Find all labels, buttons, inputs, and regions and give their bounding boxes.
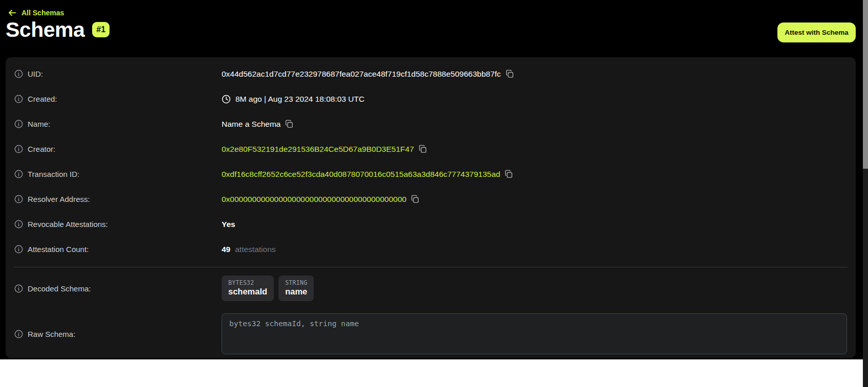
back-arrow-icon [8,9,16,16]
copy-icon[interactable] [419,145,427,153]
transaction-id-link[interactable]: 0xdf16c8cff2652c6ce52f3cda40d0878070016c… [222,170,500,179]
schema-field-name: schemaId [228,287,267,297]
info-icon [14,195,23,203]
field-row-created: Created: 8M ago | Aug 23 2024 18:08:03 U… [6,86,856,111]
field-row-attestation-count: Attestation Count: 49 attestations [6,237,856,262]
info-icon [14,95,23,103]
field-label: Attestation Count: [6,245,222,254]
page-header: Schema #1 [6,19,110,41]
field-label: Transaction ID: [6,170,222,178]
scrollbar-thumb[interactable] [863,0,868,169]
info-icon [14,220,23,229]
field-label: UID: [6,70,222,78]
schema-number-badge: #1 [92,22,110,37]
field-row-decoded-schema: Decoded Schema: BYTES32 schemaId STRING … [6,267,856,306]
schema-field-chip: STRING name [278,276,314,301]
field-label: Created: [6,95,222,103]
field-value-created: 8M ago | Aug 23 2024 18:08:03 UTC [222,95,364,104]
back-link-label: All Schemas [21,9,64,17]
creator-address-link[interactable]: 0x2e80F532191de291536B24Ce5D67a9B0D3E51F… [222,145,414,154]
page-title: Schema [6,19,84,41]
info-icon [14,145,23,153]
schema-field-type: STRING [285,279,307,286]
field-value-transaction-id: 0xdf16c8cff2652c6ce52f3cda40d0878070016c… [222,170,513,179]
info-icon [14,284,23,293]
schema-field-chip: BYTES32 schemaId [222,276,274,301]
raw-schema-textarea[interactable]: bytes32 schemaId, string name [222,313,847,354]
field-label: Revocable Attestations: [6,220,222,229]
field-value-name: Name a Schema [222,120,293,129]
field-row-uid: UID: 0x44d562ac1d7cd77e232978687fea027ac… [6,61,856,86]
attest-with-schema-button[interactable]: Attest with Schema [777,22,856,42]
info-icon [14,70,23,78]
resolver-address-link[interactable]: 0x00000000000000000000000000000000000000… [222,195,406,204]
field-value-creator: 0x2e80F532191de291536B24Ce5D67a9B0D3E51F… [222,145,427,154]
copy-icon[interactable] [506,70,514,78]
clock-icon [222,95,231,104]
attestation-count-suffix: attestations [235,245,275,254]
field-row-transaction-id: Transaction ID: 0xdf16c8cff2652c6ce52f3c… [6,162,856,187]
schema-field-type: BYTES32 [228,279,267,286]
field-row-creator: Creator: 0x2e80F532191de291536B24Ce5D67a… [6,136,856,162]
info-icon [14,245,23,254]
field-value-attestation-count: 49 attestations [222,245,276,254]
info-icon [14,120,23,128]
field-row-resolver-address: Resolver Address: 0x00000000000000000000… [6,187,856,212]
field-value-resolver-address: 0x00000000000000000000000000000000000000… [222,195,419,204]
field-label: Creator: [6,145,222,153]
schema-field-name: name [285,287,307,297]
field-row-raw-schema: Raw Schema: bytes32 schemaId, string nam… [6,313,856,354]
field-label: Name: [6,120,222,128]
field-label: Resolver Address: [6,195,222,203]
page-bottom-strip [0,359,863,387]
info-icon [14,170,23,178]
scrollbar[interactable] [863,0,868,387]
field-value-revocable: Yes [222,220,235,229]
field-row-revocable-attestations: Revocable Attestations: Yes [6,212,856,237]
copy-icon[interactable] [285,120,293,128]
attestation-count-number: 49 [222,245,230,254]
field-value-uid: 0x44d562ac1d7cd77e232978687fea027ace48f7… [222,70,514,79]
field-label: Raw Schema: [6,330,222,338]
back-to-all-schemas-link[interactable]: All Schemas [8,9,64,17]
schema-detail-panel: UID: 0x44d562ac1d7cd77e232978687fea027ac… [6,57,856,358]
copy-icon[interactable] [411,195,419,203]
info-icon [14,330,23,338]
field-label: Decoded Schema: [6,284,222,293]
decoded-schema-chips: BYTES32 schemaId STRING name [222,276,314,301]
field-row-name: Name: Name a Schema [6,111,856,136]
copy-icon[interactable] [505,170,513,178]
